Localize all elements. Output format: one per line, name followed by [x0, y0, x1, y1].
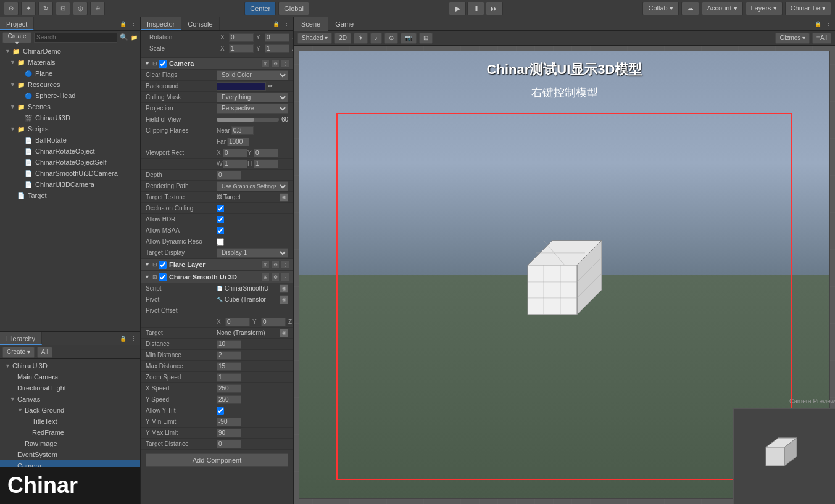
chinar-settings-icon[interactable]: ⚙ [271, 273, 280, 281]
grid-button[interactable]: ⊞ [419, 33, 433, 44]
viewport-h-input[interactable] [254, 160, 278, 168]
maxdistance-input[interactable] [217, 362, 241, 371]
flare-menu-icon[interactable]: ⋮ [281, 260, 289, 269]
camera-pin-icon[interactable]: ⊞ [261, 59, 270, 68]
global-button[interactable]: Global [278, 2, 309, 15]
rotation-y-input[interactable] [265, 33, 289, 42]
play-button[interactable]: ▶ [449, 2, 466, 15]
project-more-icon[interactable]: ⋮ [130, 21, 138, 27]
flare-settings-icon[interactable]: ⚙ [271, 260, 280, 269]
tree-redframe[interactable]: RedFrame [0, 427, 140, 438]
tree-camera[interactable]: Camera [0, 460, 140, 467]
project-lock-icon[interactable]: 🔒 [118, 21, 128, 27]
tree-chinarui3dcamera[interactable]: 📄 ChinarUi3DCamera [0, 179, 140, 190]
tab-hierarchy[interactable]: Hierarchy [0, 332, 42, 345]
tree-resources[interactable]: ▼ 📁 Resources [0, 79, 140, 90]
zoomspeed-input[interactable] [217, 373, 241, 382]
2d-button[interactable]: 2D [334, 33, 351, 44]
allowytilt-checkbox[interactable] [217, 407, 224, 415]
layers-button[interactable]: Layers ▾ [746, 2, 783, 15]
scale-y-input[interactable] [265, 44, 289, 53]
chinar-enabled-checkbox[interactable] [159, 273, 167, 281]
pivotoffset-x-input[interactable] [225, 318, 250, 326]
depth-input[interactable] [217, 171, 241, 180]
ymaxlimit-input[interactable] [217, 429, 241, 437]
tree-ballrotate[interactable]: 📄 BallRotate [0, 134, 140, 146]
inspector-lock-icon[interactable]: 🔒 [272, 21, 281, 27]
projection-dropdown[interactable]: Perspective [217, 104, 288, 114]
tree-eventsystem[interactable]: EventSystem [0, 449, 140, 460]
xspeed-input[interactable] [217, 384, 241, 393]
toolbar-icon-6[interactable]: ⊕ [90, 2, 105, 15]
targettexture-select-btn[interactable]: ◉ [280, 193, 288, 202]
project-search-input[interactable] [34, 33, 117, 43]
sceneview-more-icon[interactable]: ⋮ [825, 21, 833, 27]
yspeed-input[interactable] [217, 395, 241, 404]
tab-game[interactable]: Game [328, 17, 361, 31]
tree-chinardemo[interactable]: ▼ 📁 ChinarDemo [0, 46, 140, 57]
tree-sphere-head[interactable]: 🔵 Sphere-Head [0, 90, 140, 101]
tree-main-camera[interactable]: Main Camera [0, 371, 140, 382]
tab-scene[interactable]: Scene [294, 17, 328, 31]
tab-console[interactable]: Console [181, 17, 219, 30]
tree-chinarsmoothui3dcamera[interactable]: 📄 ChinarSmoothUi3DCamera [0, 168, 140, 179]
tree-titletext[interactable]: TitleText [0, 416, 140, 427]
tree-rawimage[interactable]: RawImage [0, 438, 140, 449]
camera-enabled-checkbox[interactable] [159, 60, 167, 68]
viewport-w-input[interactable] [223, 160, 247, 168]
pivot-select-btn[interactable]: ◉ [280, 295, 288, 304]
tree-plane[interactable]: 🔵 Plane [0, 68, 140, 79]
tree-scenes[interactable]: ▼ 📁 Scenes [0, 101, 140, 112]
hierarchy-create-button[interactable]: Create ▾ [2, 347, 35, 358]
toolbar-icon-4[interactable]: ⊡ [56, 2, 70, 15]
fov-slider[interactable] [217, 118, 279, 122]
tree-background[interactable]: ▼ Back Ground [0, 405, 140, 416]
project-create-button[interactable]: Create ▾ [2, 32, 31, 43]
lighting-button[interactable]: ☀ [354, 33, 368, 44]
occulsioncull-checkbox[interactable] [217, 205, 224, 212]
toolbar-icon-5[interactable]: ◎ [73, 2, 88, 15]
pivotoffset-y-input[interactable] [261, 318, 286, 326]
scene-cam-button[interactable]: 📷 [401, 33, 417, 44]
fx-button[interactable]: ⊙ [384, 33, 398, 44]
collab-button[interactable]: Collab ▾ [642, 2, 678, 15]
targetdisplay-dropdown[interactable]: Display 1 [217, 248, 288, 258]
tree-chinarrotateobjectself[interactable]: 📄 ChinarRotateObjectSelf [0, 157, 140, 168]
cullingmask-dropdown[interactable]: Everything [217, 93, 288, 102]
script-select-btn[interactable]: ◉ [280, 284, 288, 293]
all-button[interactable]: ≡All [812, 33, 831, 44]
hierarchy-lock-icon[interactable]: 🔒 [118, 336, 128, 342]
clipping-far-input[interactable] [227, 138, 249, 146]
audio-button[interactable]: ♪ [370, 33, 382, 44]
target-select-btn[interactable]: ◉ [280, 329, 288, 337]
tree-target[interactable]: 📄 Target [0, 190, 140, 201]
add-component-button[interactable]: Add Component [146, 453, 288, 467]
tab-project[interactable]: Project [0, 17, 34, 30]
viewport-y-input[interactable] [254, 149, 278, 157]
toolbar-icon-3[interactable]: ↻ [38, 2, 53, 15]
scale-x-input[interactable] [229, 44, 254, 53]
distance-input[interactable] [217, 340, 241, 349]
camera-section-header[interactable]: ▼ ⊡ Camera ⊞ ⚙ ⋮ [141, 57, 293, 70]
sceneview-lock-icon[interactable]: 🔒 [813, 21, 823, 27]
tree-canvas[interactable]: ▼ Canvas [0, 394, 140, 405]
flarelayer-enabled-checkbox[interactable] [159, 261, 167, 269]
account-button[interactable]: Account ▾ [702, 2, 743, 15]
targetdist-input[interactable] [217, 440, 241, 448]
camera-settings-icon[interactable]: ⚙ [271, 59, 280, 68]
color-edit-icon[interactable]: ✏ [268, 83, 273, 89]
cloud-button[interactable]: ☁ [681, 2, 699, 15]
chinar-menu-icon[interactable]: ⋮ [281, 273, 289, 281]
center-button[interactable]: Center [244, 2, 276, 15]
toolbar-icon-1[interactable]: ⊙ [4, 2, 19, 15]
shading-dropdown[interactable]: Shaded ▾ [297, 33, 332, 44]
flare-pin-icon[interactable]: ⊞ [261, 260, 270, 269]
layout-button[interactable]: Chinar-Lef▾ [785, 2, 831, 15]
allowhdr-checkbox[interactable] [217, 216, 224, 223]
clearflags-dropdown[interactable]: Solid Color [217, 70, 288, 80]
viewport-x-input[interactable] [223, 149, 247, 157]
allowdynres-checkbox[interactable] [217, 238, 224, 246]
hierarchy-more-icon[interactable]: ⋮ [130, 336, 138, 342]
hierarchy-all-button[interactable]: All [37, 347, 52, 358]
clipping-near-input[interactable] [231, 126, 254, 135]
